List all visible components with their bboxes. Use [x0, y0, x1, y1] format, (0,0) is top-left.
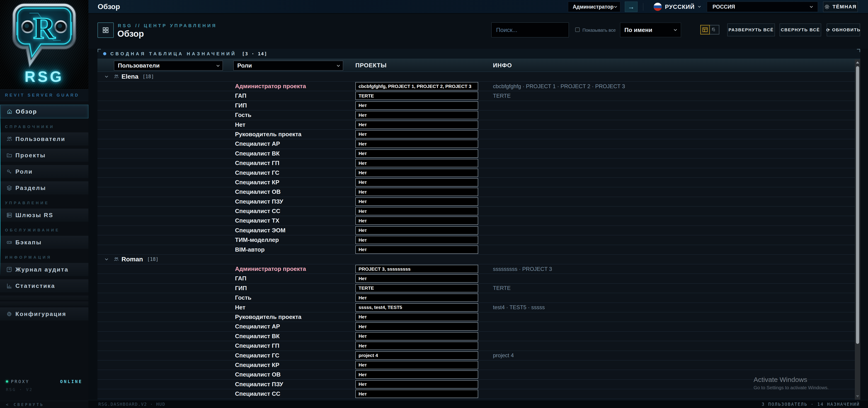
brand-name: RSG: [0, 68, 88, 85]
projects-value-input[interactable]: sssss, test4, TEST5: [355, 303, 478, 312]
projects-value-input[interactable]: Нет: [355, 390, 478, 398]
show-all-checkbox[interactable]: [575, 27, 580, 32]
folder-icon: [6, 152, 12, 158]
sidebar-spacer: [0, 302, 88, 306]
info-value: project 4: [493, 351, 514, 360]
assignment-row: Специалист ОВНет: [97, 370, 860, 379]
projects-value-input[interactable]: Нет: [355, 130, 478, 138]
sidebar-item-overview[interactable]: Обзор: [0, 105, 88, 118]
projects-value-input[interactable]: Нет: [355, 380, 478, 388]
projects-value-input[interactable]: Нет: [355, 361, 478, 369]
role-label: Специалист ПЗУ: [235, 197, 283, 206]
projects-value-input[interactable]: Нет: [355, 178, 478, 187]
projects-value-input[interactable]: Нет: [355, 149, 478, 158]
logout-arrow-button[interactable]: →: [625, 2, 638, 12]
admin-dropdown-value: Администратор: [573, 4, 614, 10]
user-group-row[interactable]: Elena[18]: [97, 72, 860, 82]
assignment-row: BIM-авторНет: [97, 245, 860, 255]
role-label: Специалист ОВ: [235, 187, 281, 196]
sidebar-item-configuration[interactable]: Конфигурация: [0, 307, 88, 320]
proxy-label: PROXY: [11, 379, 29, 384]
sidebar-item-projects[interactable]: Проекты: [0, 149, 88, 162]
sidebar-item-sections[interactable]: Разделы: [0, 181, 88, 194]
projects-value-input[interactable]: PROJECT 3, sssssssss: [355, 265, 478, 273]
projects-value-input[interactable]: Нет: [355, 217, 478, 225]
sidebar-item-backups[interactable]: Бэкапы: [0, 236, 88, 249]
projects-value-input[interactable]: Нет: [355, 274, 478, 283]
page-badge: [97, 23, 114, 38]
projects-value-input[interactable]: Нет: [355, 121, 478, 129]
panel-header: СВОДНАЯ ТАБЛИЦА НАЗНАЧЕНИЙ [3 · 14]: [97, 49, 860, 59]
projects-value-input[interactable]: Нет: [355, 188, 478, 196]
user-role-count: [18]: [147, 257, 159, 262]
chevron-expanded-icon[interactable]: [105, 74, 108, 79]
chart-icon: [6, 283, 12, 289]
projects-value-input[interactable]: Нет: [355, 139, 478, 148]
sidebar-item-statistics[interactable]: Статистика: [0, 279, 88, 292]
projects-value-input[interactable]: Нет: [355, 370, 478, 379]
projects-value-input[interactable]: Нет: [355, 342, 478, 350]
theme-toggle-button[interactable]: ТЁМНАЯ: [823, 2, 858, 12]
scrollbar-up-arrow[interactable]: [855, 59, 860, 65]
assignment-row: Руководитель проектаНет: [97, 312, 860, 322]
projects-value-input[interactable]: Нет: [355, 322, 478, 331]
role-label: Администратор проекта: [235, 264, 306, 274]
sort-dropdown[interactable]: По имени: [620, 23, 681, 37]
projects-value-input[interactable]: Нет: [355, 207, 478, 215]
projects-value-input[interactable]: TERTE: [355, 92, 478, 100]
sidebar-scrollbar[interactable]: [0, 105, 0, 275]
admin-dropdown[interactable]: Администратор: [568, 2, 620, 12]
assignment-row: ГАПTERTETERTE: [97, 91, 860, 101]
panel-corner-decoration: [98, 49, 101, 52]
users-column-dropdown[interactable]: Пользователи: [114, 61, 223, 70]
assignment-row: Специалист ЭОМНет: [97, 226, 860, 235]
projects-value-input[interactable]: project 4: [355, 351, 478, 360]
sidebar-collapse-button[interactable]: < СВЕРНУТЬ: [0, 401, 88, 408]
info-value: TERTE: [493, 91, 510, 100]
sidebar-item-label: Обзор: [16, 108, 37, 115]
table-scrollbar[interactable]: [855, 59, 860, 400]
region-dropdown[interactable]: РОССИЯ: [707, 2, 818, 12]
refresh-button[interactable]: ⟳ ОБНОВИТЬ: [827, 24, 860, 36]
chevron-expanded-icon[interactable]: [105, 257, 108, 261]
role-label: Специалист СС: [235, 389, 280, 399]
projects-value-input[interactable]: cbcbfgfghfg, PROJECT 1, PROJECT 2, PROJE…: [355, 82, 478, 90]
assignment-row: Специалист ВКНет: [97, 149, 860, 158]
projects-value-input[interactable]: Нет: [355, 313, 478, 321]
scrollbar-down-arrow[interactable]: [855, 393, 860, 399]
projects-value-input[interactable]: Нет: [355, 332, 478, 341]
statusbar-left: RSG.DASHBOARD.V2 · HUD: [98, 402, 165, 407]
projects-value-input[interactable]: Нет: [355, 236, 478, 244]
expand-all-button[interactable]: РАЗВЕРНУТЬ ВСЁ: [727, 24, 775, 36]
tree-view-button[interactable]: [710, 25, 719, 34]
projects-value-input[interactable]: Нет: [355, 169, 478, 177]
search-input[interactable]: Поиск...: [491, 23, 569, 37]
assignment-row: Специалист АРНет: [97, 139, 860, 149]
info-value: TERTE: [493, 284, 510, 293]
projects-value-input[interactable]: Нет: [355, 293, 478, 302]
roles-column-dropdown[interactable]: Роли: [234, 61, 343, 70]
sidebar-item-users[interactable]: Пользователи: [0, 132, 88, 146]
role-label: Нет: [235, 303, 245, 312]
projects-value-input[interactable]: Нет: [355, 226, 478, 234]
role-label: ТИМ-моделлер: [235, 235, 279, 245]
projects-value-input[interactable]: Нет: [355, 101, 478, 110]
sidebar-item-label: Конфигурация: [16, 311, 66, 318]
sidebar-item-roles[interactable]: Роли: [0, 165, 88, 178]
projects-value-input[interactable]: Нет: [355, 111, 478, 119]
projects-value-input[interactable]: Нет: [355, 246, 478, 254]
scrollbar-thumb[interactable]: [856, 66, 859, 344]
user-group-row[interactable]: Roman[18]: [97, 255, 860, 264]
sidebar-item-audit-log[interactable]: Журнал аудита: [0, 263, 88, 276]
projects-value-input[interactable]: Нет: [355, 159, 478, 167]
projects-value-input[interactable]: TERTE: [355, 284, 478, 292]
sidebar-item-label: Шлюзы RS: [16, 212, 53, 219]
collapse-all-button[interactable]: СВЕРНУТЬ ВСЁ: [780, 24, 821, 36]
sidebar-item-rs-gateways[interactable]: Шлюзы RS: [0, 209, 88, 222]
role-label: Специалист ГП: [235, 158, 279, 168]
role-label: Специалист ГП: [235, 341, 279, 350]
table-view-button[interactable]: [700, 25, 710, 34]
sidebar-section-label: ОБСЛУЖИВАНИЕ: [0, 225, 88, 236]
language-dropdown[interactable]: РУССКИЙ: [654, 2, 702, 12]
projects-value-input[interactable]: Нет: [355, 197, 478, 206]
